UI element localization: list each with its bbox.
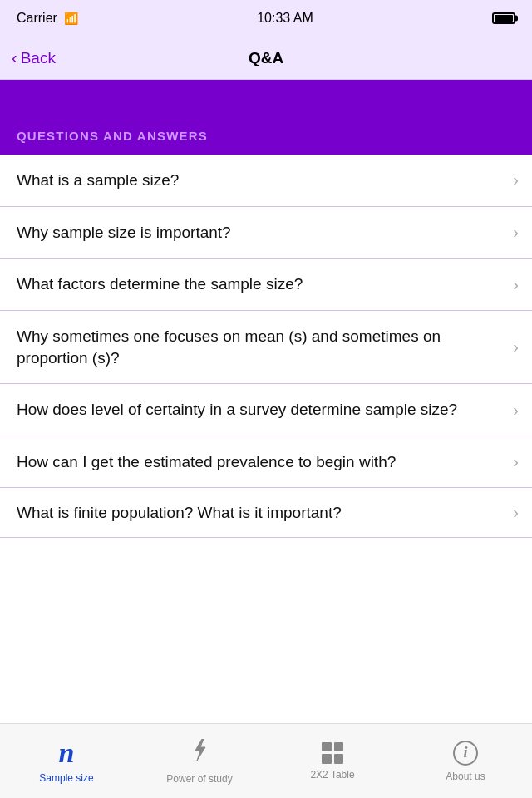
- grid-icon: [322, 742, 343, 764]
- qa-item-2[interactable]: Why sample size is important? ›: [0, 207, 532, 259]
- tab-bar: n Sample size Power of study 2X2 Table i…: [0, 723, 532, 798]
- tab-sample-size[interactable]: n Sample size: [0, 724, 133, 798]
- tab-label-sample-size: Sample size: [39, 772, 93, 784]
- tab-label-2x2-table: 2X2 Table: [310, 769, 354, 781]
- chevron-icon-6: ›: [513, 452, 519, 471]
- back-button[interactable]: ‹ Back: [12, 48, 56, 67]
- tab-2x2-table[interactable]: 2X2 Table: [266, 724, 399, 798]
- chevron-icon-2: ›: [513, 223, 519, 242]
- tab-about-us[interactable]: i About us: [399, 724, 532, 798]
- tab-power-of-study[interactable]: Power of study: [133, 724, 266, 798]
- chevron-icon-7: ›: [513, 503, 519, 522]
- status-bar: Carrier 📶 10:33 AM: [0, 0, 532, 37]
- time-label: 10:33 AM: [257, 11, 313, 26]
- qa-item-text-2: Why sample size is important?: [17, 222, 513, 244]
- purple-banner: QUESTIONS AND ANSWERS: [0, 80, 532, 155]
- qa-item-text-6: How can I get the estimated prevalence t…: [17, 451, 513, 473]
- qa-item-7[interactable]: What is finite population? What is it im…: [0, 488, 532, 538]
- qa-item-4[interactable]: Why sometimes one focuses on mean (s) an…: [0, 311, 532, 384]
- back-label: Back: [21, 49, 56, 67]
- n-icon: n: [59, 739, 75, 767]
- info-icon: i: [453, 741, 478, 766]
- qa-item-text-7: What is finite population? What is it im…: [17, 502, 513, 524]
- qa-item-text-4: Why sometimes one focuses on mean (s) an…: [17, 326, 513, 368]
- tab-label-power-of-study: Power of study: [166, 773, 232, 785]
- qa-item-5[interactable]: How does level of certainty in a survey …: [0, 384, 532, 436]
- chevron-icon-3: ›: [513, 275, 519, 294]
- qa-item-text-3: What factors determine the sample size?: [17, 273, 513, 295]
- qa-item-text-1: What is a sample size?: [17, 170, 513, 191]
- section-label: QUESTIONS AND ANSWERS: [17, 129, 208, 143]
- chevron-icon-5: ›: [513, 401, 519, 420]
- chevron-icon-1: ›: [513, 170, 519, 190]
- qa-list: What is a sample size? › Why sample size…: [0, 155, 532, 538]
- bolt-icon: [189, 737, 210, 768]
- carrier-label: Carrier: [17, 11, 57, 26]
- qa-item-3[interactable]: What factors determine the sample size? …: [0, 259, 532, 311]
- status-left: Carrier 📶: [17, 11, 78, 26]
- wifi-icon: 📶: [64, 12, 78, 25]
- chevron-icon-4: ›: [513, 337, 519, 357]
- qa-item-6[interactable]: How can I get the estimated prevalence t…: [0, 436, 532, 489]
- status-right: [492, 12, 515, 24]
- qa-item-text-5: How does level of certainty in a survey …: [17, 399, 513, 421]
- page-title: Q&A: [249, 49, 283, 67]
- battery-icon: [492, 12, 515, 24]
- back-chevron-icon: ‹: [12, 48, 17, 67]
- tab-label-about-us: About us: [446, 771, 485, 782]
- nav-bar: ‹ Back Q&A: [0, 37, 532, 80]
- main-content: QUESTIONS AND ANSWERS What is a sample s…: [0, 80, 532, 723]
- qa-item-1[interactable]: What is a sample size? ›: [0, 155, 532, 207]
